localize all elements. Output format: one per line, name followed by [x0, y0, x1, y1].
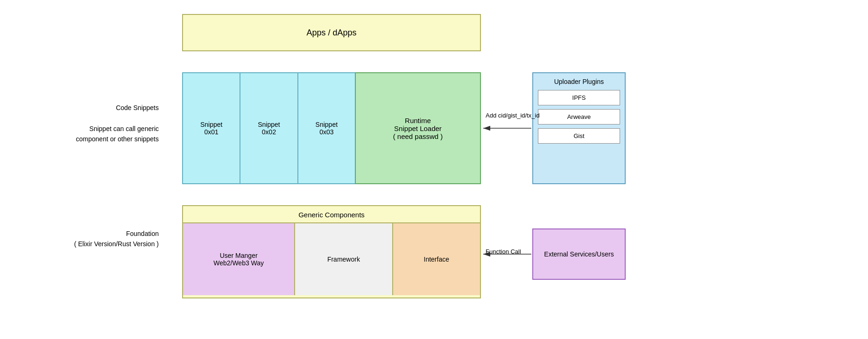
uploader-title: Uploader Plugins [538, 78, 620, 85]
plugin-ipfs-label: IPFS [572, 94, 586, 101]
left-label-foundation: Foundation( Elixir Version/Rust Version … [37, 228, 159, 249]
snippet-1: Snippet0x01 [183, 73, 240, 183]
plugin-gist-label: Gist [573, 132, 584, 139]
interface-label: Interface [424, 256, 449, 263]
apps-dapps-label: Apps / dApps [306, 28, 356, 38]
uploader-plugins-box: Uploader Plugins IPFS Arweave Gist [532, 72, 626, 184]
plugin-arweave-label: Arweave [567, 113, 591, 120]
snippet-3-label: Snippet0x03 [316, 121, 338, 136]
plugin-ipfs: IPFS [538, 90, 620, 105]
snippets-row: Snippet0x01 Snippet0x02 Snippet0x03 [183, 73, 356, 183]
framework-label: Framework [327, 256, 360, 263]
external-services-label: External Services/Users [544, 250, 614, 258]
external-services-box: External Services/Users [532, 228, 626, 280]
interface-box: Interface [393, 223, 480, 295]
snippet-3: Snippet0x03 [298, 73, 355, 183]
framework-box: Framework [295, 223, 393, 295]
code-snippets-label: Code Snippets [116, 104, 159, 111]
foundation-label: Foundation( Elixir Version/Rust Version … [74, 230, 159, 248]
user-manager-label: User MangerWeb2/Web3 Way [213, 252, 264, 267]
arrow-label-add: Add cid/gist_id/tx_id [486, 112, 540, 119]
snippet-2-label: Snippet0x02 [258, 121, 280, 136]
generic-components-label: Generic Components [183, 206, 480, 223]
snippet-call-label: Snippet can call genericcomponent or oth… [76, 125, 159, 143]
left-label-code-snippets: Code Snippets Snippet can call genericco… [37, 103, 159, 145]
snippet-1-label: Snippet0x01 [200, 121, 222, 136]
runtime-label: RuntimeSnippet Loader( need passwd ) [393, 117, 443, 140]
plugin-gist: Gist [538, 128, 620, 144]
arrow-label-func: Function Call [486, 248, 521, 255]
diagram-container: Apps / dApps Snippet0x01 Snippet0x02 Sni… [0, 0, 868, 339]
user-manager-box: User MangerWeb2/Web3 Way [183, 223, 295, 295]
snippet-2: Snippet0x02 [240, 73, 298, 183]
sub-row: User MangerWeb2/Web3 Way Framework Inter… [183, 223, 480, 295]
generic-components-container: Generic Components User MangerWeb2/Web3 … [182, 205, 481, 298]
runtime-snippet-loader-box: RuntimeSnippet Loader( need passwd ) [355, 72, 481, 184]
apps-dapps-box: Apps / dApps [182, 14, 481, 51]
plugin-arweave: Arweave [538, 109, 620, 125]
